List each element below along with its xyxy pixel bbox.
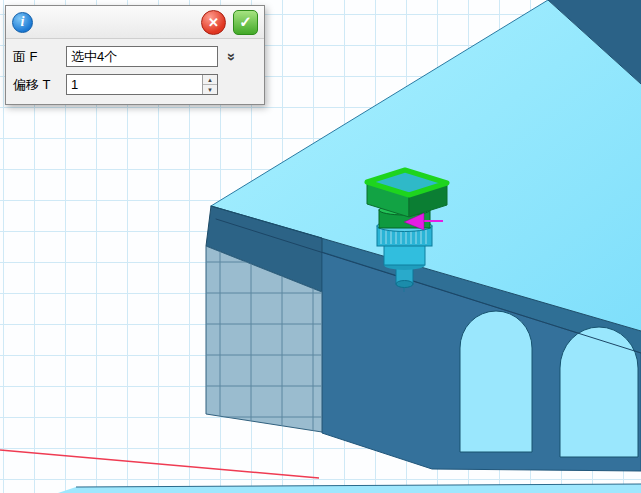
spinner: ▲ ▼	[202, 75, 217, 94]
ok-button[interactable]: ✓	[233, 10, 258, 35]
face-selection-input[interactable]	[66, 46, 218, 67]
manipulator-mid-cylinder[interactable]	[384, 243, 425, 270]
spin-up-button[interactable]: ▲	[203, 75, 217, 84]
offset-field-row: 偏移 T ▲ ▼	[13, 74, 257, 95]
expand-selection-button[interactable]: »	[223, 47, 243, 67]
offset-value-input[interactable]	[67, 75, 202, 94]
cancel-button[interactable]: ✕	[201, 10, 226, 35]
info-icon[interactable]: i	[12, 12, 33, 33]
double-chevron-icon: »	[225, 53, 242, 60]
offset-dialog: i ✕ ✓ 面 F » 偏移 T ▲ ▼	[5, 5, 265, 105]
model-arch-opening-1[interactable]	[460, 311, 532, 452]
face-field-label: 面 F	[13, 48, 61, 66]
face-field-row: 面 F »	[13, 46, 257, 67]
model-arch-opening-2[interactable]	[560, 327, 638, 457]
offset-field-label: 偏移 T	[13, 76, 61, 94]
spin-down-button[interactable]: ▼	[203, 84, 217, 94]
dialog-body: 面 F » 偏移 T ▲ ▼	[6, 39, 264, 104]
dialog-header: i ✕ ✓	[6, 6, 264, 39]
offset-spinbox: ▲ ▼	[66, 74, 218, 95]
